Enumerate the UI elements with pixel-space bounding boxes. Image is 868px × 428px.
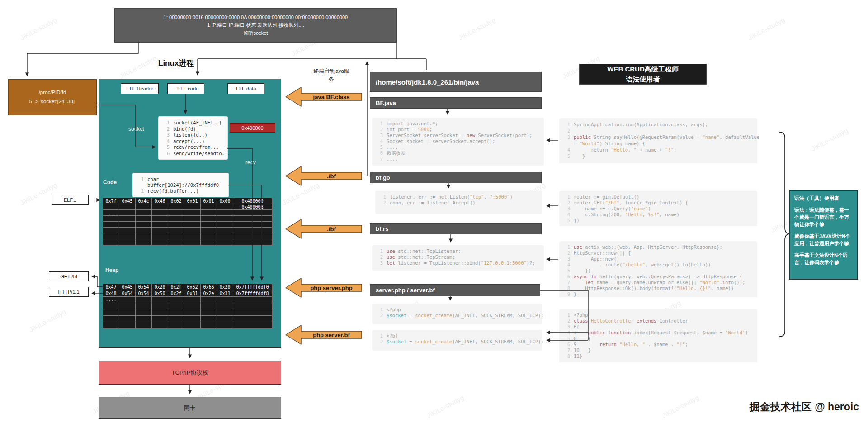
code-memory-table: 0x7f0x450x4c0x460x020x010x010x000x400000…: [103, 198, 273, 246]
php-code-1: 1<?php2$socket = socket_create(AF_INET, …: [372, 304, 542, 324]
watermark-text: JiKiLe-studyg: [118, 54, 157, 80]
bf-java-code: 1import java.net.*;2int port = 5000;3Ser…: [372, 118, 544, 166]
bf-rs-header-text: bf.rs: [376, 225, 388, 232]
address-badge: 0x400000: [230, 123, 275, 133]
code-section-label: Code: [103, 179, 117, 185]
gin-code: 1router := gin.Default()2router.GET("/bf…: [559, 191, 757, 226]
http-request-label: HTTP/1.1: [49, 287, 89, 297]
arrow-php-serverphp: php server.php: [285, 277, 363, 298]
elf-ref-label: ELF...: [52, 195, 89, 205]
tcp-columns-line: 1 IP:端口 IP:端口 状态 发送队列 接收队列....: [207, 21, 304, 29]
proc-fd-box: /proc/PID/fd 5 -> 'socket:[24138]': [8, 79, 97, 115]
watermark-text: JiKiLe-studyg: [746, 16, 786, 42]
actix-code: 1use actix_web::{web, App, HttpServer, H…: [559, 241, 757, 297]
bf-rs-code: 1use std::net::TcpListener;2use std::net…: [372, 245, 544, 271]
bf-go-header-text: bf.go: [376, 174, 390, 181]
watermark-text: JiKiLe-studyg: [19, 16, 58, 42]
bf-rs-header: bf.rs: [370, 223, 542, 234]
elf-data-chip: ...ELF data...: [227, 83, 264, 94]
http-request-text: HTTP/1.1: [58, 289, 79, 295]
bf-java-header: BF.java: [370, 97, 542, 109]
arrow-bf2-label: ./bf: [302, 223, 361, 235]
java-path-text: /home/soft/jdk1.8.0_261/bin/java: [376, 78, 479, 86]
arrow-run-bf-1: ./bf: [285, 166, 363, 186]
proc-fd-path: /proc/PID/fd: [39, 88, 66, 97]
elf-code-label: ...ELF code: [173, 86, 198, 91]
role-box: WEB CRUD高级工程师 语法使用者: [579, 64, 707, 85]
get-request-text: GET /bf: [60, 274, 77, 279]
proc-fd-entry: 5 -> 'socket:[24138]': [29, 97, 76, 106]
elf-code-chip: ...ELF code: [167, 83, 204, 94]
tcp-entry-line: 1: 00000000:0016 00000000:0000 0A 000000…: [164, 14, 348, 22]
note-paragraph-3: 高手基于文法设计N个语言，让你码农学个够: [794, 252, 853, 266]
watermark-text: JiKiLe-studyg: [457, 16, 496, 42]
get-request-label: GET /bf: [49, 271, 89, 281]
bf-go-header: bf.go: [370, 172, 542, 183]
linux-process-title: Linux进程: [158, 58, 194, 68]
elf-data-label: ...ELF data...: [232, 86, 260, 91]
note-title: 语法（工具）使用者: [794, 195, 853, 202]
arrow-php1-label: php server.php: [302, 282, 361, 294]
note-paragraph-2: 就像你基于JAVA设计N个应用，让普通用户学个够: [794, 233, 853, 247]
grammar-note-box: 语法（工具）使用者 语法：语法随便整，整一个就是一门新语言，生万物让你学个够 就…: [789, 190, 858, 280]
laravel-code: 1<?php2class HelloController extends Con…: [559, 309, 757, 362]
diagram-canvas: JiKiLe-studygJiKiLe-studygJiKiLe-studygJ…: [0, 0, 868, 428]
arrow-run-bf-2: ./bf: [285, 219, 363, 239]
watermark-text: JiKiLe-studyg: [660, 394, 700, 419]
listen-socket-line: 监听socket: [244, 29, 268, 38]
arrow-php-serverbf: php server.bf: [285, 324, 363, 345]
arrow-java-bfclass: java BF.class: [285, 86, 363, 107]
elf-ref-text: ELF...: [64, 197, 76, 203]
arrow-java-label: java BF.class: [302, 91, 361, 103]
nic-box: 网卡: [99, 397, 281, 419]
role-line1: WEB CRUD高级工程师: [607, 64, 679, 74]
tcp-stack-box: TCP/IP协议栈: [99, 361, 281, 385]
php-code-2: 1<?bf2$socket = socket_create(AF_INET, S…: [372, 330, 542, 351]
heap-memory-table: 0x470x450x540x200x2f0x620x660x200x7fffff…: [103, 284, 273, 329]
recv-label: recv: [245, 159, 256, 166]
elf-header-chip: ELF Header: [121, 83, 159, 94]
bf-java-header-text: BF.java: [376, 100, 396, 106]
java-path-header: /home/soft/jdk1.8.0_261/bin/java: [370, 72, 542, 92]
watermark-text: JiKiLe-studyg: [425, 394, 465, 419]
role-line2: 语法使用者: [626, 74, 660, 84]
heap-label: Heap: [105, 267, 118, 273]
php-header: server.php / server.bf: [370, 284, 540, 296]
php-header-text: server.php / server.bf: [376, 287, 435, 294]
terminal-note: 终端启动java服 务: [293, 67, 370, 84]
credit-text: 掘金技术社区 @ heroic: [723, 400, 859, 414]
syscall-code-box: 1socket(AF_INET..)2bind(fd)3listen(fd..)…: [159, 117, 227, 159]
bf-go-code: 1listener, err := net.Listen("tcp", ":50…: [375, 191, 542, 214]
brace-icon: [779, 132, 789, 337]
arrow-php2-label: php server.bf: [302, 329, 361, 341]
spring-code: 1SpringApplication.run(Application.class…: [559, 118, 757, 163]
watermark-text: JiKiLe-studyg: [810, 127, 849, 152]
arrow-bf1-label: ./bf: [302, 170, 361, 182]
socket-label: socket: [128, 126, 144, 132]
elf-header-label: ELF Header: [126, 86, 153, 91]
watermark-text: JiKiLe-studyg: [28, 308, 67, 333]
buffer-code-box: 1charbuffer[1024];//0x7fffddf02recv(fd,b…: [133, 173, 228, 197]
note-paragraph-1: 语法：语法随便整，整一个就是一门新语言，生万物让你学个够: [794, 207, 853, 228]
proc-net-tcp-box: 1: 00000000:0016 00000000:0000 0A 000000…: [114, 8, 397, 43]
